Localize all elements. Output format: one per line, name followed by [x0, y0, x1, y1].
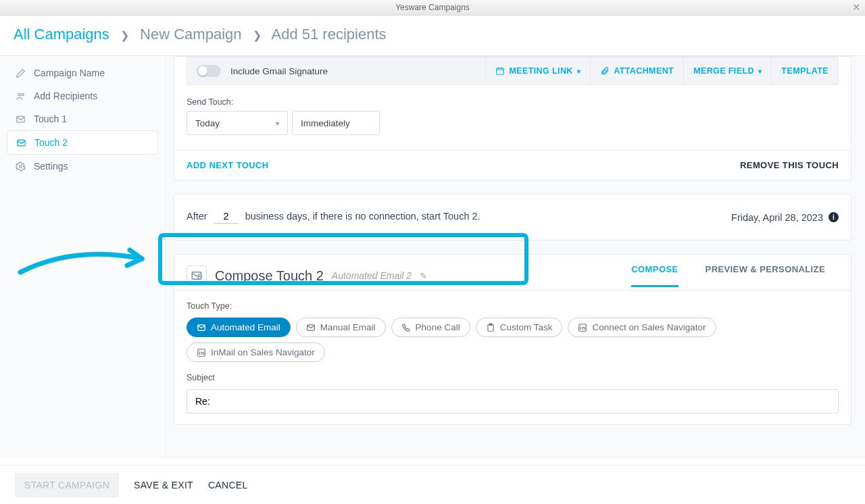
svg-point-15 [580, 325, 581, 326]
svg-rect-17 [199, 351, 200, 354]
attachment-button[interactable]: ATTACHMENT [590, 57, 683, 85]
sidebar-item-touch-1[interactable]: Touch 1 [7, 107, 158, 130]
sidebar-item-label: Add Recipients [34, 91, 97, 101]
subject-input[interactable] [187, 389, 839, 413]
subject-label: Subject [187, 373, 839, 382]
touch-type-manual-email[interactable]: Manual Email [296, 318, 386, 337]
template-button[interactable]: TEMPLATE [771, 57, 838, 85]
add-next-touch-button[interactable]: ADD NEXT TOUCH [187, 160, 269, 170]
send-time-select[interactable]: Immediately [292, 111, 380, 135]
delay-text: After business days, if there is no conn… [187, 211, 480, 224]
cancel-button[interactable]: CANCEL [208, 480, 248, 490]
mail-icon [15, 114, 26, 124]
send-day-select[interactable]: Today ▾ [187, 111, 288, 135]
window-title: Yesware Campaigns [395, 3, 470, 12]
gear-icon [15, 161, 26, 172]
merge-field-button[interactable]: MERGE FIELD ▾ [683, 57, 771, 85]
mail-icon [197, 323, 206, 332]
touch2-card: Compose Touch 2 Automated Email 2 ✎ COMP… [174, 254, 851, 425]
sidebar-item-settings[interactable]: Settings [7, 155, 158, 178]
touch-type-phone-call[interactable]: Phone Call [391, 318, 470, 337]
mail-icon [16, 137, 26, 148]
mail-automated-icon [187, 266, 207, 286]
chevron-down-icon: ▾ [276, 120, 279, 127]
touch-type-inmail-sales-nav[interactable]: InMail on Sales Navigator [187, 343, 325, 362]
linkedin-icon [578, 323, 587, 332]
bottom-bar: START CAMPAIGN SAVE & EXIT CANCEL [0, 465, 865, 504]
svg-point-18 [199, 350, 200, 351]
svg-rect-5 [497, 68, 504, 74]
delay-target-date: Friday, April 28, 2023 i [731, 212, 839, 223]
mail-icon [306, 323, 316, 332]
calendar-icon [495, 66, 505, 76]
tab-compose[interactable]: COMPOSE [631, 264, 678, 287]
chevron-right-icon: ❯ [253, 30, 262, 41]
pencil-icon [15, 68, 26, 78]
linkedin-icon [197, 348, 206, 357]
main-content: Include Gmail Signature MEETING LINK ▾ A… [166, 56, 865, 458]
chevron-down-icon: ▾ [758, 68, 762, 75]
gmail-signature-label: Include Gmail Signature [230, 66, 328, 76]
breadcrumb-step2: Add 51 recipients [272, 26, 387, 43]
window-titlebar: Yesware Campaigns ✕ [0, 0, 865, 16]
breadcrumb: All Campaigns ❯ New Campaign ❯ Add 51 re… [0, 16, 865, 56]
sidebar-item-label: Touch 2 [34, 137, 68, 148]
start-campaign-button[interactable]: START CAMPAIGN [15, 473, 119, 497]
tab-preview[interactable]: PREVIEW & PERSONALIZE [706, 264, 825, 287]
breadcrumb-root[interactable]: All Campaigns [14, 26, 109, 43]
sidebar-item-label: Touch 1 [34, 114, 67, 124]
info-icon[interactable]: i [829, 212, 839, 222]
save-exit-button[interactable]: SAVE & EXIT [134, 480, 193, 490]
touch-type-connect-sales-nav[interactable]: Connect on Sales Navigator [568, 318, 716, 337]
clipboard-icon [486, 323, 495, 332]
svg-point-8 [198, 276, 201, 280]
chevron-down-icon: ▾ [577, 68, 580, 75]
touch1-card: Include Gmail Signature MEETING LINK ▾ A… [174, 56, 851, 180]
svg-point-1 [22, 93, 24, 95]
edit-title-icon[interactable]: ✎ [420, 271, 427, 281]
send-touch-section: Send Touch: Today ▾ Immediately [187, 85, 839, 135]
svg-point-0 [18, 93, 20, 96]
touch-type-automated-email[interactable]: Automated Email [187, 318, 291, 337]
touch-type-custom-task[interactable]: Custom Task [476, 318, 563, 337]
touch-type-label: Touch Type: [187, 301, 839, 311]
svg-rect-14 [580, 326, 581, 329]
touch2-subtitle: Automated Email 2 [332, 270, 412, 281]
send-touch-label: Send Touch: [187, 97, 839, 107]
clock-icon [370, 119, 371, 128]
paperclip-icon [600, 66, 610, 76]
people-icon [15, 91, 26, 101]
editor-toolbar: Include Gmail Signature MEETING LINK ▾ A… [187, 57, 839, 85]
phone-icon [401, 323, 411, 332]
svg-point-4 [19, 165, 22, 168]
breadcrumb-step1: New Campaign [140, 26, 241, 43]
delay-card: After business days, if there is no conn… [174, 194, 851, 241]
delay-days-input[interactable] [214, 211, 239, 224]
sidebar-item-campaign-name[interactable]: Campaign Name [7, 61, 158, 84]
chevron-right-icon: ❯ [120, 30, 129, 41]
gmail-signature-toggle[interactable] [197, 65, 221, 77]
sidebar-item-touch-2[interactable]: Touch 2 [7, 130, 158, 155]
sidebar: Campaign Name Add Recipients Touch 1 Tou… [0, 56, 166, 458]
sidebar-item-add-recipients[interactable]: Add Recipients [7, 84, 158, 107]
meeting-link-button[interactable]: MEETING LINK ▾ [485, 57, 590, 85]
sidebar-item-label: Campaign Name [34, 68, 105, 78]
remove-touch-button[interactable]: REMOVE THIS TOUCH [740, 160, 839, 170]
close-icon[interactable]: ✕ [852, 1, 861, 14]
touch2-title: Compose Touch 2 [215, 268, 324, 284]
sidebar-item-label: Settings [34, 161, 68, 172]
